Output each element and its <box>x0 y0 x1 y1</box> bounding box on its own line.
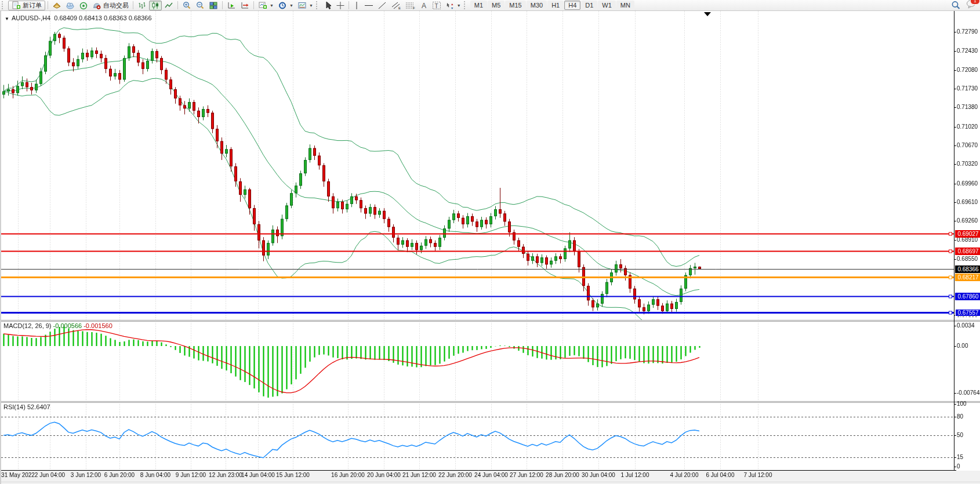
bar-chart-icon <box>137 1 147 10</box>
bar-chart-button[interactable] <box>136 1 148 10</box>
arrows-button[interactable]: ▼ <box>444 1 463 10</box>
periods-icon <box>278 1 287 10</box>
vertical-line-button[interactable] <box>351 1 362 10</box>
new-chart-icon <box>258 1 267 10</box>
equidistant-channel-icon: E <box>391 1 401 10</box>
periods-button[interactable]: ▼ <box>276 1 295 10</box>
new-chart-button[interactable]: ▼ <box>256 1 275 10</box>
chevron-down-icon: ▼ <box>270 3 274 8</box>
hline-price-tag[interactable]: 0.67557 <box>955 309 980 316</box>
zoom-in-icon <box>182 1 191 10</box>
chart-shift-button[interactable] <box>238 1 251 10</box>
cursor-icon <box>324 1 332 10</box>
hline-price-tag[interactable]: 0.67860 <box>955 293 980 300</box>
zoom-in-button[interactable] <box>180 1 193 10</box>
candlestick-chart-icon <box>151 1 160 10</box>
text-icon: A <box>420 1 428 10</box>
line-chart-icon <box>164 1 173 10</box>
chevron-down-icon: ▼ <box>457 3 461 8</box>
svg-text:F: F <box>413 6 415 10</box>
market-watch-button[interactable] <box>50 1 63 10</box>
svg-text:E: E <box>398 6 401 10</box>
auto-scroll-button[interactable] <box>225 1 238 10</box>
timeframe-button-W1[interactable]: W1 <box>598 1 616 10</box>
line-chart-button[interactable] <box>162 1 175 10</box>
auto-scroll-icon <box>227 1 236 10</box>
toolbar-grip[interactable] <box>2 1 6 9</box>
horizontal-line-icon <box>364 1 373 10</box>
vertical-line-icon <box>353 1 360 10</box>
crosshair-button[interactable] <box>335 1 346 10</box>
templates-icon <box>297 1 307 10</box>
timeframe-button-M1[interactable]: M1 <box>470 1 487 10</box>
zoom-out-button[interactable] <box>194 1 206 10</box>
timeframe-button-MN[interactable]: MN <box>616 1 634 10</box>
timeframe-button-M5[interactable]: M5 <box>488 1 504 10</box>
zoom-out-icon <box>195 1 205 10</box>
chart-shift-icon <box>240 1 249 10</box>
toolbar-grip[interactable] <box>316 1 320 9</box>
autotrading-label: 自动交易 <box>103 1 129 10</box>
hline-price-tag[interactable]: 0.69027 <box>955 230 980 238</box>
templates-button[interactable]: ▼ <box>296 1 315 10</box>
timeframe-button-H1[interactable]: H1 <box>547 1 564 10</box>
cursor-button[interactable] <box>322 1 334 10</box>
mt4-window: 新订单 自动交易 ▼ ▼ ▼ E F A T <box>0 0 980 484</box>
timeframe-toolbar: M1M5M15M30H1H4D1W1MN <box>470 1 634 10</box>
hline-price-tag[interactable]: 0.68217 <box>955 274 980 281</box>
mql5-cloud-icon <box>66 1 75 10</box>
notifications-button[interactable]: 1 <box>966 0 977 11</box>
fibonacci-button[interactable]: F <box>404 1 418 10</box>
search-icon <box>951 1 961 10</box>
autotrading-button[interactable]: 自动交易 <box>90 1 130 10</box>
candlestick-chart-button[interactable] <box>149 1 162 10</box>
tile-windows-icon <box>209 1 218 10</box>
timeframe-button-D1[interactable]: D1 <box>581 1 597 10</box>
chevron-down-icon: ▼ <box>289 3 293 8</box>
hline-price-tag[interactable]: 0.68697 <box>955 248 980 255</box>
text-label-icon: T <box>432 1 441 10</box>
toolbar-grip[interactable] <box>464 1 468 9</box>
chevron-down-icon: ▼ <box>309 3 313 8</box>
timeframe-button-M30[interactable]: M30 <box>527 1 547 10</box>
trendline-icon <box>378 1 387 10</box>
signals-icon <box>79 1 88 10</box>
search-button[interactable] <box>949 1 963 10</box>
new-order-label: 新订单 <box>23 1 42 10</box>
mql5-community-button[interactable] <box>64 1 77 10</box>
chart-canvas[interactable] <box>1 11 980 484</box>
signals-button[interactable] <box>77 1 90 10</box>
svg-text:T: T <box>434 2 438 9</box>
equidistant-channel-button[interactable]: E <box>389 1 403 10</box>
crosshair-icon <box>336 1 344 10</box>
market-watch-icon <box>52 1 61 10</box>
arrows-icon <box>445 1 455 10</box>
trendline-button[interactable] <box>376 1 389 10</box>
timeframe-button-H4[interactable]: H4 <box>564 1 580 10</box>
timeframe-button-M15[interactable]: M15 <box>505 1 525 10</box>
fibonacci-icon: F <box>405 1 416 10</box>
horizontal-line-button[interactable] <box>362 1 375 10</box>
text-label-button[interactable]: T <box>430 1 443 10</box>
tile-windows-button[interactable] <box>207 1 220 10</box>
text-button[interactable]: A <box>418 1 430 10</box>
chart-window: ▼AUDUSD-,H4 0.68409 0.68413 0.68363 0.68… <box>0 11 980 484</box>
autotrading-icon <box>92 1 101 10</box>
new-order-icon <box>12 1 21 10</box>
svg-text:A: A <box>422 2 426 10</box>
new-order-button[interactable]: 新订单 <box>8 1 45 10</box>
notification-badge: 1 <box>970 0 980 5</box>
toolbar: 新订单 自动交易 ▼ ▼ ▼ E F A T <box>0 0 980 11</box>
